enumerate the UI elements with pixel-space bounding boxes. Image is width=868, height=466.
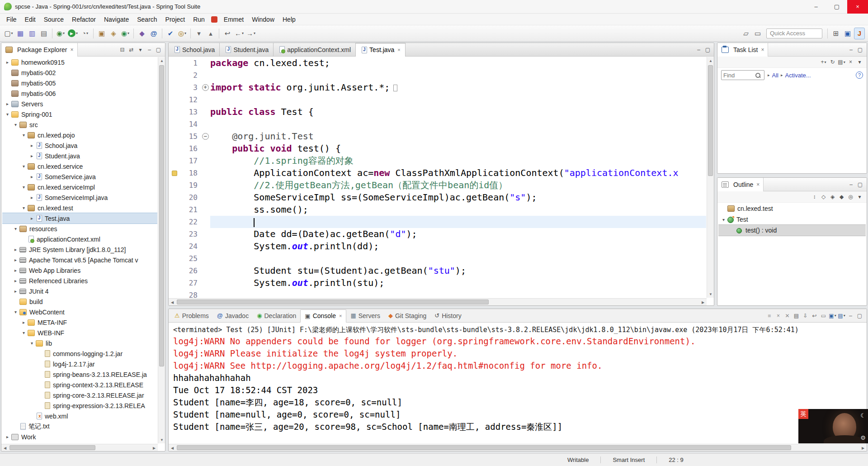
forward-icon[interactable]: →▾ [245,28,256,39]
hide-fields-icon[interactable]: ◇ [819,192,828,201]
last-edit-location-icon[interactable]: ↩ [222,28,233,39]
collapsed-arrow-icon[interactable]: ▸ [4,60,11,65]
collapsed-arrow-icon[interactable]: ▸ [20,320,27,325]
task-list-link[interactable]: All [772,72,778,79]
code-line[interactable]: 1package cn.lexed.test; [169,57,706,69]
new-task-icon[interactable]: ✔ [165,28,176,39]
expanded-arrow-icon[interactable]: ▾ [12,122,19,127]
code-line[interactable]: 16 public void test() { [169,143,706,155]
previous-annotation-icon[interactable]: ▴ [205,28,216,39]
collapsed-arrow-icon[interactable]: ▸ [12,289,19,294]
task-view-menu-icon[interactable]: ▾ [855,57,864,67]
collapsed-arrow-icon[interactable]: ▸ [12,268,19,273]
tree-item[interactable]: ▸homework0915 [2,57,157,67]
expanded-arrow-icon[interactable]: ▾ [28,341,35,346]
collapsed-arrow-icon[interactable]: ▸ [12,247,19,252]
hide-static-members-icon[interactable]: ◈ [828,192,837,201]
collapsed-arrow-icon[interactable]: ▸ [4,101,11,106]
maximize-editor-icon[interactable]: ▢ [703,45,712,54]
tree-item[interactable]: ▸Referenced Libraries [2,276,157,286]
open-perspective-icon[interactable]: ⊞ [830,28,841,39]
terminate-icon[interactable]: ■ [765,311,774,320]
code-line[interactable]: 20 SomeServiceImpl ss=(SomeServiceImpl)a… [169,191,706,204]
menu-edit[interactable]: Edit [21,14,40,25]
sort-icon[interactable]: ↕ [810,192,819,201]
jar-export-icon[interactable]: ◆ [137,28,147,39]
package-explorer-hscrollbar[interactable]: ◀▶ [1,444,158,451]
tree-item[interactable]: spring-context-3.2.13.RELEASE [2,380,157,390]
menu-window[interactable]: Window [248,14,278,25]
close-view-icon[interactable]: × [756,181,760,188]
javadoc-icon[interactable]: @ [148,28,159,39]
tree-item[interactable]: ▾resources [2,223,157,234]
minimize-view-icon[interactable]: – [145,45,154,54]
menu-search[interactable]: Search [133,14,161,25]
tree-item[interactable]: ▾cn.lexed.pojo [2,130,157,140]
expanded-arrow-icon[interactable]: ▾ [20,164,27,169]
close-tab-icon[interactable]: × [397,47,400,52]
profile-icon[interactable]: ◔▾ [80,28,90,39]
clear-console-icon[interactable]: ▤ [792,311,801,320]
close-view-icon[interactable]: × [71,47,74,53]
expanded-arrow-icon[interactable]: ▾ [20,205,27,210]
menu-help[interactable]: Help [278,14,300,25]
tree-item[interactable]: spring-beans-3.2.13.RELEASE.ja [2,369,157,380]
editor-tab[interactable]: School.java [169,43,220,57]
menu-project[interactable]: Project [161,14,189,25]
code-line[interactable]: 21 ss.some(); [169,204,706,216]
code-line[interactable]: 12 [169,94,706,106]
tree-item[interactable]: ▸JUnit 4 [2,286,157,296]
hide-non-public-icon[interactable]: ◆ [837,192,846,201]
expanded-arrow-icon[interactable]: ▾ [20,133,27,138]
outline-tab[interactable]: Outline × [717,178,764,191]
tree-item[interactable]: mybatis-005 [2,78,157,88]
scroll-down-icon[interactable]: ▼ [707,290,714,298]
scroll-right-icon[interactable]: ▶ [151,444,158,452]
code-line[interactable]: 19 //2.使用getBean方法,getBean（配置文件中bean的id值… [169,179,706,191]
code-line[interactable]: 22 [169,216,706,228]
outline-view-menu-icon[interactable]: ▾ [855,192,864,201]
save-all-icon[interactable]: ▥ [27,28,38,39]
tree-item[interactable]: ▸Test.java [2,213,157,223]
tree-item[interactable]: ▸Web App Libraries [2,265,157,276]
scroll-left-icon[interactable]: ◀ [169,299,176,306]
menu-emmet[interactable]: Emmet [220,14,248,25]
close-view-icon[interactable]: × [761,47,764,53]
link-with-editor-icon[interactable]: ⇄ [127,45,136,54]
minimize-window-icon[interactable]: – [806,0,826,14]
editor-tab[interactable]: applicationContext.xml [274,43,356,57]
menu-refactor[interactable]: Refactor [68,14,100,25]
hide-local-types-icon[interactable]: ◎ [846,192,855,201]
scroll-left-icon[interactable]: ◀ [1,444,9,452]
scrollbar-thumb[interactable] [177,300,489,304]
tab-problems[interactable]: ⚠Problems [170,309,213,322]
synchronize-icon[interactable]: ↻ [828,57,837,67]
open-console-icon[interactable]: ▤▾ [837,311,846,320]
editor-hscrollbar[interactable]: ◀▶ [169,298,707,305]
tree-item[interactable]: ▾WebContent [2,307,157,317]
editor-window-icon[interactable]: ▭ [752,28,763,39]
tree-item[interactable]: commons-logging-1.2.jar [2,348,157,359]
tree-item[interactable]: 笔记.txt [2,421,157,432]
close-window-icon[interactable]: × [847,0,868,14]
scrollbar-thumb[interactable] [159,65,164,366]
view-menu-icon[interactable]: ▾ [136,45,145,54]
maximize-view-icon[interactable]: ▢ [154,45,163,54]
collapsed-arrow-icon[interactable]: ▸ [12,278,19,283]
scroll-left-icon[interactable]: ◀ [169,444,176,452]
scrollbar-thumb[interactable] [708,65,713,176]
tree-item[interactable]: ▸SomeService.java [2,171,157,182]
filter-icon[interactable]: × [846,57,855,67]
code-line[interactable]: 27 System.out.println(stu); [169,277,706,289]
expanded-arrow-icon[interactable]: ▾ [20,185,27,190]
expanded-arrow-icon[interactable]: ▾ [720,217,727,222]
tree-item[interactable]: ▾lib [2,338,157,348]
tree-item[interactable]: build [2,296,157,307]
moon-icon[interactable]: ☾ [860,412,866,419]
outline-item[interactable]: cn.lexed.test [718,203,866,214]
pin-console-icon[interactable]: ▭ [819,311,828,320]
tree-item[interactable]: ▾cn.lexed.serviceImpl [2,182,157,192]
tab-servers[interactable]: ▦Servers [346,309,384,322]
menu-run[interactable]: Run [189,14,209,25]
remove-all-launches-icon[interactable]: ✕ [783,311,792,320]
